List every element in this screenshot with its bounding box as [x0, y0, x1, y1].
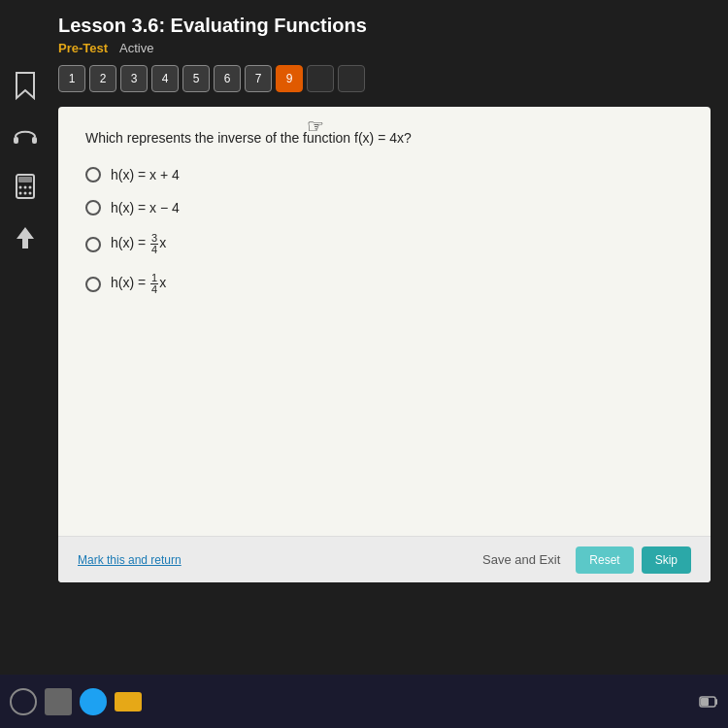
header-sub: Pre-Test Active [58, 41, 709, 55]
fraction-d-bottom: 4 [150, 284, 158, 295]
folder-taskbar-icon[interactable] [115, 692, 142, 711]
save-exit-text: Save and Exit [482, 552, 560, 567]
option-a-text: h(x) = x + 4 [111, 167, 180, 182]
svg-point-6 [24, 186, 27, 189]
svg-rect-4 [18, 177, 32, 182]
svg-point-9 [24, 192, 27, 195]
q-btn-6[interactable]: 6 [214, 65, 241, 92]
svg-rect-2 [32, 137, 37, 144]
main-panel: Which represents the inverse of the func… [58, 107, 711, 582]
lesson-title: Lesson 3.6: Evaluating Functions [58, 15, 709, 37]
option-b-text: h(x) = x − 4 [111, 200, 180, 215]
svg-point-8 [19, 192, 22, 195]
panel-footer: Mark this and return Save and Exit Reset… [58, 536, 711, 582]
q-btn-7[interactable]: 7 [245, 65, 272, 92]
svg-point-7 [29, 186, 32, 189]
q-btn-9[interactable]: 9 [276, 65, 303, 92]
browser-taskbar-icon[interactable] [80, 688, 107, 715]
q-btn-11[interactable] [338, 65, 365, 92]
page-header: Lesson 3.6: Evaluating Functions Pre-Tes… [58, 15, 709, 92]
svg-marker-0 [17, 73, 34, 98]
question-buttons: 1 2 3 4 5 6 7 9 [58, 65, 709, 92]
svg-rect-13 [715, 699, 717, 705]
pre-test-label[interactable]: Pre-Test [58, 41, 108, 55]
option-a[interactable]: h(x) = x + 4 [85, 167, 683, 182]
question-text: Which represents the inverse of the func… [85, 130, 683, 146]
radio-a[interactable] [85, 167, 101, 182]
footer-buttons: Save and Exit Reset Skip [482, 546, 691, 574]
q-btn-3[interactable]: 3 [120, 65, 148, 92]
option-b[interactable]: h(x) = x − 4 [85, 200, 683, 215]
left-sidebar [0, 58, 50, 621]
option-d-text: h(x) = 14x [111, 273, 166, 295]
options-list: h(x) = x + 4 h(x) = x − 4 h(x) = 34x h(x… [85, 167, 683, 295]
svg-point-10 [29, 192, 32, 195]
skip-button[interactable]: Skip [642, 546, 691, 574]
radio-d[interactable] [85, 277, 101, 292]
svg-point-5 [19, 186, 22, 189]
radio-b[interactable] [85, 200, 101, 215]
grid-taskbar-icon[interactable] [45, 688, 72, 715]
active-label: Active [119, 41, 153, 55]
fraction-c-bottom: 4 [150, 245, 158, 255]
headphone-icon[interactable] [8, 118, 43, 153]
reset-button[interactable]: Reset [576, 546, 633, 574]
option-c[interactable]: h(x) = 34x [85, 233, 683, 255]
option-d[interactable]: h(x) = 14x [85, 273, 683, 295]
option-c-text: h(x) = 34x [111, 233, 166, 255]
bookmark-icon[interactable] [8, 68, 43, 103]
svg-marker-11 [17, 227, 34, 248]
radio-c[interactable] [85, 237, 101, 252]
arrow-up-icon[interactable] [8, 219, 43, 254]
svg-rect-1 [14, 137, 18, 144]
fraction-d: 14 [150, 273, 158, 295]
taskbar [0, 675, 728, 728]
fraction-c: 34 [150, 233, 158, 255]
battery-icon [699, 692, 718, 711]
q-btn-1[interactable]: 1 [58, 65, 85, 92]
q-btn-4[interactable]: 4 [151, 65, 179, 92]
calculator-icon[interactable] [8, 169, 43, 204]
q-btn-10[interactable] [307, 65, 334, 92]
mark-return-link[interactable]: Mark this and return [78, 553, 182, 567]
q-btn-2[interactable]: 2 [89, 65, 116, 92]
svg-rect-14 [701, 698, 709, 706]
q-btn-5[interactable]: 5 [182, 65, 210, 92]
search-taskbar-icon[interactable] [10, 688, 37, 715]
